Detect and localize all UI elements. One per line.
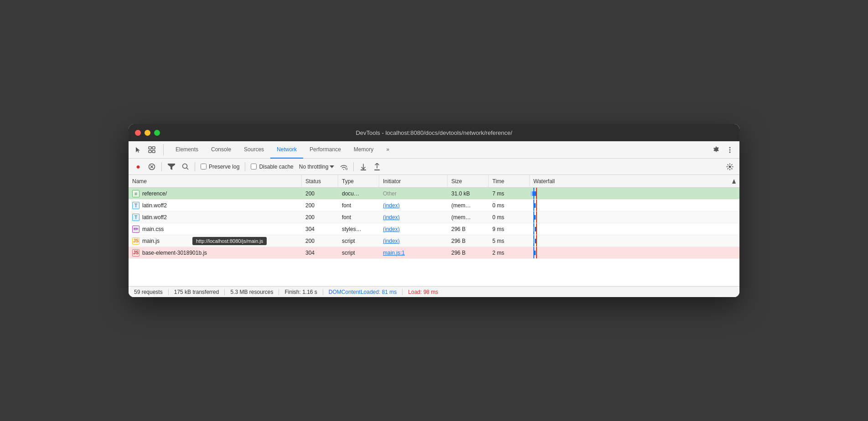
requests-count: 59 requests <box>134 289 169 295</box>
td-time: 5 ms <box>489 235 530 246</box>
td-name: JS main.js http://localhost:8080/js/main… <box>129 235 302 246</box>
status-bar: 59 requests 175 kB transferred 5.3 MB re… <box>129 286 739 297</box>
td-waterfall <box>530 247 739 258</box>
td-size: (mem… <box>448 211 489 223</box>
td-size: 296 B <box>448 247 489 258</box>
table-row[interactable]: JS base-element-3018901b.js 304 script m… <box>129 247 739 259</box>
disable-cache-checkbox[interactable] <box>251 164 257 169</box>
svg-point-4 <box>729 147 731 148</box>
td-status: 200 <box>302 235 338 246</box>
table-row[interactable]: T latin.woff2 200 font (index) (mem… 0 m… <box>129 200 739 211</box>
table-row[interactable]: ≡ reference/ 200 docu… Other 31.0 kB 7 m… <box>129 188 739 200</box>
tab-bar-right <box>710 144 736 156</box>
td-initiator[interactable]: (index) <box>379 211 448 223</box>
inspect-icon[interactable] <box>146 144 158 156</box>
disable-cache-label[interactable]: Disable cache <box>251 164 293 170</box>
settings-icon[interactable] <box>710 144 722 156</box>
transferred-size: 175 kB transferred <box>169 289 225 295</box>
svg-point-5 <box>729 149 731 150</box>
js-error-icon: JS <box>132 249 140 257</box>
svg-rect-14 <box>374 169 380 170</box>
load-time: Load: 98 ms <box>403 289 444 295</box>
td-initiator[interactable]: (index) <box>379 235 448 246</box>
close-button[interactable] <box>135 130 141 136</box>
tab-memory[interactable]: Memory <box>347 141 380 159</box>
search-icon[interactable] <box>179 161 191 173</box>
css-icon: ✏ <box>132 226 140 233</box>
td-status: 200 <box>302 188 338 199</box>
td-time: 2 ms <box>489 247 530 258</box>
preserve-log-text: Preserve log <box>209 164 239 170</box>
td-time: 7 ms <box>489 188 530 199</box>
wifi-settings-icon[interactable]: ⚙ <box>338 161 350 173</box>
th-size[interactable]: Size <box>448 175 489 187</box>
td-name: ≡ reference/ <box>129 188 302 199</box>
td-waterfall <box>530 188 739 199</box>
js-icon: JS <box>132 237 140 245</box>
toolbar-divider-1 <box>161 162 162 171</box>
th-time[interactable]: Time <box>489 175 530 187</box>
cursor-icon[interactable] <box>132 144 144 156</box>
clear-button[interactable] <box>146 161 158 173</box>
dom-content-loaded: DOMContentLoaded: 81 ms <box>323 289 403 295</box>
tab-console[interactable]: Console <box>205 141 238 159</box>
filter-icon[interactable] <box>165 161 177 173</box>
td-type: script <box>338 247 379 258</box>
td-name: T latin.woff2 <box>129 200 302 211</box>
th-type[interactable]: Type <box>338 175 379 187</box>
network-table: Name Status Type Initiator Size Time Wat… <box>129 175 739 286</box>
td-initiator: Other <box>379 188 448 199</box>
throttle-selector[interactable]: No throttling <box>297 163 336 171</box>
td-size: 296 B <box>448 223 489 235</box>
th-name[interactable]: Name <box>129 175 302 187</box>
svg-point-15 <box>729 165 731 168</box>
import-icon[interactable] <box>357 161 369 173</box>
maximize-button[interactable] <box>154 130 160 136</box>
tab-performance[interactable]: Performance <box>303 141 347 159</box>
td-name: JS base-element-3018901b.js <box>129 247 302 258</box>
svg-point-10 <box>182 164 187 169</box>
more-options-icon[interactable] <box>724 144 736 156</box>
table-row[interactable]: T latin.woff2 200 font (index) (mem… 0 m… <box>129 211 739 223</box>
td-initiator[interactable]: (index) <box>379 200 448 211</box>
table-row[interactable]: ✏ main.css 304 styles… (index) 296 B 9 m… <box>129 223 739 235</box>
td-initiator[interactable]: main.js:1 <box>379 247 448 258</box>
traffic-lights <box>135 130 160 136</box>
title-bar: DevTools - localhost:8080/docs/devtools/… <box>129 124 739 141</box>
finish-time: Finish: 1.16 s <box>279 289 323 295</box>
td-waterfall <box>530 211 739 223</box>
tab-more[interactable]: » <box>380 141 396 159</box>
td-type: styles… <box>338 223 379 235</box>
svg-rect-2 <box>149 150 151 153</box>
th-initiator[interactable]: Initiator <box>379 175 448 187</box>
toolbar-right <box>724 161 736 173</box>
td-type: font <box>338 200 379 211</box>
td-waterfall <box>530 223 739 235</box>
table-row[interactable]: JS main.js http://localhost:8080/js/main… <box>129 235 739 247</box>
th-status[interactable]: Status <box>302 175 338 187</box>
devtools-body: Elements Console Sources Network Perform… <box>129 141 739 297</box>
network-toolbar: ● <box>129 159 739 175</box>
tab-network[interactable]: Network <box>270 141 303 159</box>
preserve-log-checkbox[interactable] <box>201 164 207 169</box>
record-button[interactable]: ● <box>132 161 144 173</box>
font-icon: T <box>132 214 140 221</box>
td-waterfall <box>530 235 739 246</box>
toolbar-divider-3 <box>245 162 245 171</box>
td-name: T latin.woff2 <box>129 211 302 223</box>
preserve-log-label[interactable]: Preserve log <box>201 164 239 170</box>
tab-elements[interactable]: Elements <box>169 141 205 159</box>
svg-rect-3 <box>152 150 155 153</box>
th-waterfall[interactable]: Waterfall <box>530 175 739 187</box>
minimize-button[interactable] <box>145 130 150 136</box>
devtools-window: DevTools - localhost:8080/docs/devtools/… <box>129 124 739 297</box>
svg-point-6 <box>729 151 731 153</box>
td-type: script <box>338 235 379 246</box>
td-status: 304 <box>302 223 338 235</box>
tab-sources[interactable]: Sources <box>238 141 270 159</box>
network-settings-icon[interactable] <box>724 161 736 173</box>
export-icon[interactable] <box>371 161 383 173</box>
td-initiator[interactable]: (index) <box>379 223 448 235</box>
td-name: ✏ main.css <box>129 223 302 235</box>
td-status: 304 <box>302 247 338 258</box>
